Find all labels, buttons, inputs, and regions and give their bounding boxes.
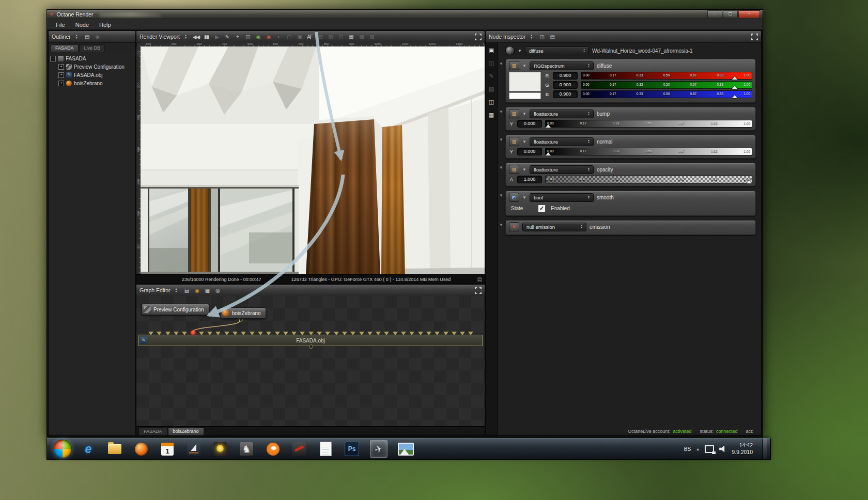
play-icon[interactable]: ▶ — [212, 33, 221, 41]
input-pin[interactable] — [401, 332, 406, 335]
graph-tab-fasada[interactable]: FASADA — [138, 428, 167, 435]
focus-picker-icon[interactable]: ⌖ — [233, 33, 242, 41]
input-pin[interactable] — [266, 332, 271, 335]
slider-marker[interactable] — [546, 124, 551, 128]
slider-marker[interactable] — [732, 86, 737, 89]
expand-box-icon[interactable]: + — [58, 81, 64, 86]
input-pin[interactable] — [258, 332, 263, 335]
smooth-type-dropdown[interactable]: bool — [530, 193, 594, 202]
input-pin[interactable] — [207, 332, 212, 335]
layers-icon[interactable]: ◫ — [336, 33, 345, 41]
skip-start-icon[interactable]: ◀◀ — [192, 33, 200, 41]
collapse-arrow-icon[interactable] — [522, 64, 526, 68]
blender-icon[interactable] — [265, 441, 281, 457]
input-pin[interactable] — [283, 332, 288, 335]
slider-marker[interactable] — [732, 95, 737, 98]
autofocus-button[interactable]: AF — [305, 33, 314, 41]
normal-value-field[interactable]: 0.000 — [517, 148, 542, 155]
start-button[interactable] — [53, 440, 72, 458]
input-pin[interactable] — [182, 332, 187, 335]
menu-item[interactable]: Node — [71, 21, 94, 29]
windows-explorer-icon[interactable] — [106, 441, 123, 457]
white-balance-icon[interactable]: ◐ — [274, 33, 283, 41]
hidden-icons-arrow[interactable]: ▲ — [696, 447, 700, 451]
tree-row-preview-configuration[interactable]: + Preview Configuration — [50, 62, 134, 71]
volume-icon[interactable] — [719, 446, 726, 452]
network-icon[interactable] — [705, 445, 714, 453]
input-pin[interactable] — [409, 332, 414, 335]
input-pin[interactable] — [418, 332, 423, 335]
opacity-slider[interactable]: 0.000.170.330.500.670.831.00 — [545, 176, 752, 183]
octane-render-taskbar-icon[interactable]: ✈ — [370, 440, 388, 458]
blue-value-field[interactable]: 0.900 — [553, 90, 578, 98]
copy-image-icon[interactable]: ◫ — [243, 33, 252, 41]
graph-canvas[interactable]: Preview Configuration boisZebrano FASADA… — [136, 296, 485, 428]
outliner-tab-fasada[interactable]: FASADA — [51, 44, 79, 52]
mesh-output-pin[interactable] — [309, 345, 313, 349]
red-badge-app-icon[interactable] — [291, 441, 307, 457]
node-fasada-obj[interactable]: FASADA.obj — [138, 335, 483, 346]
expand-box-icon[interactable]: + — [58, 72, 64, 78]
input-pin[interactable] — [435, 332, 440, 335]
pin-icon[interactable]: ◉ — [93, 33, 102, 41]
annotate-icon[interactable]: ✎ — [223, 33, 231, 41]
boat-app-icon[interactable] — [185, 441, 202, 457]
opacity-value-field[interactable]: 1.000 — [517, 176, 542, 183]
internet-explorer-icon[interactable]: e — [80, 441, 97, 457]
bump-slider[interactable]: 0.000.170.330.500.670.831.00 — [545, 120, 752, 128]
collapse-arrow-icon[interactable] — [499, 165, 503, 170]
normal-type-dropdown[interactable]: floattexture — [530, 137, 594, 146]
red-slider[interactable]: 0.000.170.330.500.670.831.00 — [581, 72, 752, 80]
checker-pane-icon[interactable]: ▦ — [487, 111, 495, 119]
input-pin[interactable] — [250, 332, 255, 335]
input-pin[interactable] — [443, 332, 448, 335]
collapse-arrow-icon[interactable] — [499, 61, 503, 66]
pick-pane-icon[interactable]: ✎ — [487, 72, 495, 80]
input-pin[interactable] — [233, 332, 238, 335]
menu-item[interactable]: File — [51, 21, 70, 29]
graph-tab-boiszebrano[interactable]: boisZebrano — [168, 428, 204, 435]
input-pin[interactable] — [359, 332, 364, 335]
node-boiszebrano[interactable]: boisZebrano — [220, 307, 266, 319]
green-value-field[interactable]: 0.900 — [553, 81, 578, 89]
collapse-arrow-icon[interactable] — [499, 110, 503, 114]
maximize-button[interactable]: ▢ — [723, 10, 738, 18]
collapse-arrow-icon[interactable] — [522, 139, 526, 144]
collapse-arrow-icon[interactable] — [522, 167, 526, 172]
expand-box-icon[interactable]: + — [58, 64, 64, 70]
emission-type-dropdown[interactable]: null emission — [522, 223, 586, 231]
bump-type-dropdown[interactable]: floattexture — [530, 110, 594, 118]
show-desktop-button[interactable] — [762, 439, 767, 459]
language-indicator[interactable]: BS — [684, 446, 691, 452]
slider-marker[interactable] — [546, 152, 551, 155]
collapse-arrow-icon[interactable] — [499, 223, 503, 227]
input-pin[interactable] — [376, 332, 381, 335]
tree-row-fasada-obj[interactable]: + FASADA.obj — [50, 71, 134, 79]
input-pin[interactable] — [291, 332, 297, 335]
checker-icon[interactable]: ▦ — [347, 33, 355, 41]
menu-item[interactable]: Help — [95, 21, 116, 29]
input-pin[interactable] — [165, 332, 171, 335]
fullscreen-icon[interactable] — [475, 287, 482, 294]
lamp-app-icon[interactable] — [212, 441, 228, 457]
normal-slider[interactable]: 0.000.170.330.500.670.831.00 — [545, 148, 752, 155]
input-pin[interactable] — [241, 332, 246, 335]
pause-icon[interactable]: ▮▮ — [202, 33, 211, 41]
red-value-field[interactable]: 0.900 — [553, 72, 578, 80]
color-swatch[interactable] — [509, 72, 541, 99]
tree-row-fasada[interactable]: − FASADA — [50, 54, 134, 62]
collapse-arrow-icon[interactable] — [522, 112, 526, 116]
input-pin[interactable] — [367, 332, 373, 335]
material-type-dropdown[interactable]: diffuse — [525, 46, 589, 55]
inspector-mode-spinner[interactable] — [529, 33, 534, 40]
input-pin[interactable] — [452, 332, 457, 335]
input-pin[interactable] — [468, 332, 473, 335]
slider-marker[interactable] — [747, 180, 752, 183]
input-pin[interactable] — [460, 332, 465, 335]
input-pin[interactable] — [199, 332, 204, 335]
input-pin[interactable] — [393, 332, 398, 335]
photoshop-icon[interactable]: Ps — [344, 441, 360, 457]
tree-row-boiszebrano[interactable]: + boisZebrano — [50, 79, 134, 87]
collapse-box-icon[interactable]: − — [50, 56, 56, 61]
slider-marker[interactable] — [732, 76, 737, 80]
